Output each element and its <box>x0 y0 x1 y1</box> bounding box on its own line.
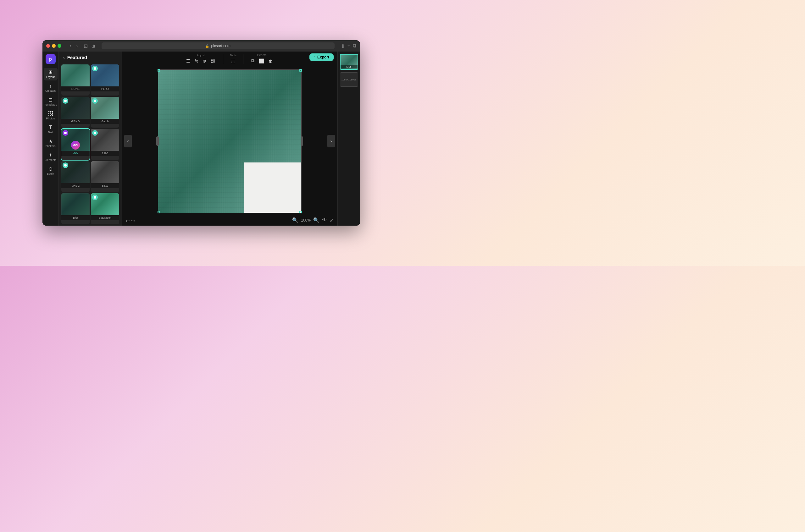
filter-thumb-grng <box>61 97 90 119</box>
filter-thumb-mvs: MVs <box>61 129 90 151</box>
export-label: Export <box>317 55 329 59</box>
sidebar-item-text[interactable]: T Text <box>44 123 57 136</box>
elements-icon: ✦ <box>49 153 53 158</box>
app-logo: p <box>45 54 56 64</box>
filter-item-none[interactable]: NONE <box>61 64 90 96</box>
toolbar-lines-btn[interactable]: ☰ <box>185 57 192 64</box>
back-button[interactable]: ‹ <box>68 42 73 49</box>
canvas-white-area <box>244 163 301 212</box>
filter-name-vhs2: VHS 2 <box>61 183 90 188</box>
filter-item-bw[interactable]: B&W <box>91 161 119 192</box>
filter-badge-plrd <box>92 66 98 71</box>
toolbar-layers-btn[interactable]: ⊕ <box>201 57 208 64</box>
forward-button[interactable]: › <box>74 42 79 49</box>
browser-window: ‹ › ⊡ ◑ 🔒 picsart.com ⬆ + ⧉ p ⊞ Layout ↑… <box>42 40 360 226</box>
filter-name-saturation: Saturation <box>91 215 119 220</box>
filter-grid: NONE PLRD <box>59 63 122 226</box>
export-icon: ↑ <box>314 55 316 59</box>
theme-icon[interactable]: ◑ <box>92 43 95 49</box>
adjust-label: Adjust <box>197 54 204 57</box>
traffic-lights <box>46 44 61 48</box>
resize-handle-left[interactable] <box>156 136 159 146</box>
filter-thumb-plrd <box>91 64 119 87</box>
filter-selected-label: MVs <box>73 144 79 147</box>
undo-button[interactable]: ↩ <box>126 218 130 224</box>
browser-actions: ⬆ + ⧉ <box>341 43 356 49</box>
filter-item-blur[interactable]: Blur <box>61 193 90 224</box>
filter-item-mvs[interactable]: MVs MVs <box>61 129 90 160</box>
fit-button[interactable]: ⤢ <box>330 217 334 223</box>
filter-item-1996[interactable]: 1996 <box>91 129 119 160</box>
layer-thumb-1[interactable]: MVs <box>340 54 358 70</box>
tab-overview-icon[interactable]: ⧉ <box>353 43 356 49</box>
general-label: General <box>257 53 267 57</box>
filter-name-1996: 1996 <box>91 151 119 156</box>
top-toolbar: Adjust ☰ fx ⊕ ⛓ Tools ⬚ <box>122 52 337 66</box>
eye-button[interactable]: 👁 <box>322 217 327 223</box>
filter-item-saturation[interactable]: Saturation <box>91 193 119 224</box>
uploads-icon: ↑ <box>49 83 52 89</box>
sidebar-item-layout[interactable]: ⊞ Layout <box>44 68 57 80</box>
toolbar-tools-section: Tools ⬚ <box>230 54 237 64</box>
toolbar-delete-btn[interactable]: 🗑 <box>267 57 275 64</box>
toolbar-copy-btn[interactable]: ⧉ <box>250 57 256 64</box>
lock-icon: 🔒 <box>205 44 209 48</box>
sidebar-item-templates[interactable]: ⊡ Templates <box>44 96 57 108</box>
resize-handle-right[interactable] <box>300 136 303 146</box>
filter-item-plrd[interactable]: PLRD <box>91 64 119 96</box>
address-bar[interactable]: 🔒 picsart.com <box>102 42 334 49</box>
minimize-button[interactable] <box>52 44 56 48</box>
batch-icon: ⊙ <box>49 167 53 172</box>
sidebar-item-uploads[interactable]: ↑ Uploads <box>44 82 57 94</box>
toolbar-frame-btn[interactable]: ⬜ <box>257 57 266 64</box>
undo-redo-group: ↩ ↪ <box>126 218 135 224</box>
filter-thumb-none <box>61 64 90 87</box>
sidebar-item-elements[interactable]: ✦ Elements <box>44 151 57 164</box>
browser-content: p ⊞ Layout ↑ Uploads ⊡ Templates 🖼 Photo… <box>42 52 360 226</box>
sidebar-item-photos[interactable]: 🖼 Photos <box>44 109 57 122</box>
redo-button[interactable]: ↪ <box>131 218 135 224</box>
filter-badge-grng <box>62 98 68 104</box>
filter-item-vhs2[interactable]: VHS 2 <box>61 161 90 192</box>
filter-thumb-vhs2 <box>61 161 90 183</box>
export-button[interactable]: ↑ Export <box>309 53 334 61</box>
stickers-icon: ★ <box>49 139 53 144</box>
canvas-prev-button[interactable]: ‹ <box>124 135 132 147</box>
layer-blank-text: 1080x1080px <box>341 78 356 81</box>
close-button[interactable] <box>46 44 50 48</box>
filter-badge-vhs2 <box>62 163 68 168</box>
filter-name-mvs: MVs <box>61 151 90 156</box>
filter-item-glitch[interactable]: Glitch <box>91 97 119 128</box>
filter-back-arrow[interactable]: ‹ <box>63 55 65 60</box>
maximize-button[interactable] <box>57 44 61 48</box>
toolbar-adjust-section: Adjust ☰ fx ⊕ ⛓ <box>185 54 217 64</box>
filter-thumb-saturation <box>91 193 119 215</box>
toolbar-crop-btn[interactable]: ⬚ <box>230 57 237 64</box>
filter-name-plrd: PLRD <box>91 87 119 92</box>
layer-label-1: MVs <box>341 65 358 69</box>
toolbar-fx-btn[interactable]: fx <box>193 57 200 64</box>
browser-titlebar: ‹ › ⊡ ◑ 🔒 picsart.com ⬆ + ⧉ <box>42 40 360 52</box>
canvas-frame <box>158 70 301 213</box>
filter-panel-title: Featured <box>67 55 87 60</box>
sidebar-toggle-icon[interactable]: ⊡ <box>84 43 88 49</box>
canvas-next-button[interactable]: › <box>327 135 335 147</box>
filter-panel: ‹ Featured NONE <box>59 52 122 226</box>
tools-label: Tools <box>230 54 236 57</box>
zoom-out-button[interactable]: 🔍 <box>292 217 298 223</box>
text-icon: T <box>49 125 52 130</box>
canvas-corner-bl <box>158 211 160 213</box>
zoom-in-button[interactable]: 🔍 <box>313 217 319 223</box>
filter-name-bw: B&W <box>91 183 119 188</box>
sidebar-item-stickers[interactable]: ★ Stickers <box>44 137 57 150</box>
filter-item-grng[interactable]: GRNG <box>61 97 90 128</box>
toolbar-link-btn[interactable]: ⛓ <box>209 57 217 64</box>
canvas-corner-br <box>299 211 302 213</box>
share-icon[interactable]: ⬆ <box>341 43 345 49</box>
filter-selected-ring: MVs <box>71 141 80 150</box>
sidebar-item-batch[interactable]: ⊙ Batch <box>44 165 57 177</box>
filter-thumb-glitch <box>91 97 119 119</box>
new-tab-icon[interactable]: + <box>347 43 350 49</box>
layer-thumb-2[interactable]: 1080x1080px <box>340 72 358 87</box>
layout-icon: ⊞ <box>49 70 53 75</box>
